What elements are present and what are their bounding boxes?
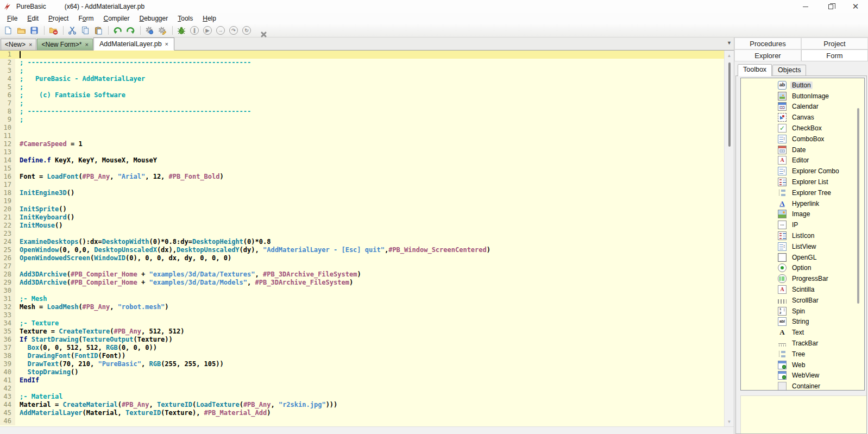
tab-close-icon[interactable]: × xyxy=(85,41,89,48)
step-out-icon[interactable]: ↻ xyxy=(240,24,253,36)
file-tab[interactable]: AddMaterialLayer.pb × xyxy=(93,37,174,51)
compiler-options-icon[interactable] xyxy=(156,24,169,36)
code-line-text: ; xyxy=(15,116,724,124)
toolbox-item[interactable]: Canvas xyxy=(741,112,864,123)
line-number: 15 xyxy=(0,165,15,173)
pause-icon[interactable]: ∥ xyxy=(188,24,201,36)
code-line-text: Font = LoadFont(#PB_Any, "Arial", 12, #P… xyxy=(15,173,724,181)
file-tab[interactable]: <New> × xyxy=(1,39,36,50)
code-line: 12 #CameraSpeed = 1 xyxy=(0,140,724,148)
tab-close-icon[interactable]: × xyxy=(29,41,32,48)
code-line: 40 StopDrawing() xyxy=(0,368,724,376)
menu-item[interactable]: File xyxy=(2,14,22,23)
toolbox-item[interactable]: Image xyxy=(741,209,864,220)
toolbox-item[interactable]: Calendar xyxy=(741,102,864,112)
menu-item[interactable]: Project xyxy=(43,14,73,23)
menu-item[interactable]: Debugger xyxy=(134,14,173,23)
subtab[interactable]: Toolbox xyxy=(738,64,772,76)
toolbox-item[interactable]: WebView xyxy=(741,370,864,381)
compile-run-icon[interactable] xyxy=(143,24,156,36)
line-number: 36 xyxy=(0,336,15,344)
copy-icon[interactable] xyxy=(79,24,92,36)
panel-tab[interactable]: Form xyxy=(801,49,868,61)
panel-tab[interactable]: Procedures xyxy=(734,37,801,49)
menu-item[interactable]: Tools xyxy=(173,14,198,23)
toolbox-item-label: Editor xyxy=(790,156,810,164)
close-file-icon[interactable] xyxy=(47,24,60,36)
toolbox-item[interactable]: ComboBox xyxy=(741,134,864,144)
restore-icon[interactable] xyxy=(818,0,843,13)
step-over-icon[interactable]: ↷ xyxy=(227,24,240,36)
toolbox-item[interactable]: Scintilla xyxy=(741,284,864,295)
code-line: 41 EndIf xyxy=(0,376,724,385)
toolbox-item[interactable]: TrackBar xyxy=(741,338,864,349)
menu-item[interactable]: Compiler xyxy=(98,14,134,23)
toolbox-item[interactable]: Web xyxy=(741,360,864,370)
chevron-down-icon[interactable]: ▼ xyxy=(727,40,732,46)
toolbox-item[interactable]: Explorer Tree xyxy=(741,187,864,198)
tab-close-icon[interactable]: × xyxy=(165,41,168,47)
code-line: 11 xyxy=(0,132,724,140)
open-file-icon[interactable] xyxy=(15,24,28,36)
save-file-icon[interactable] xyxy=(28,24,41,36)
editor-horizontal-scrollbar[interactable] xyxy=(0,426,734,434)
toolbox-item[interactable]: Explorer List xyxy=(741,177,864,187)
redo-icon[interactable] xyxy=(124,24,137,36)
toolbox-item[interactable]: CheckBox xyxy=(741,123,864,134)
menu-item[interactable]: Form xyxy=(73,14,98,23)
toolbox-item[interactable]: String xyxy=(741,317,864,328)
menubar: File Edit Project Form Compiler Debugger… xyxy=(0,13,868,24)
toolbox-item[interactable]: Button xyxy=(741,80,864,91)
toolbox-item[interactable]: Tree xyxy=(741,349,864,360)
paste-icon[interactable] xyxy=(92,24,105,36)
code-editor[interactable]: 1 2 ; ----------------------------------… xyxy=(0,51,724,426)
minimize-icon[interactable] xyxy=(793,0,818,13)
code-line: 32 Mesh = LoadMesh(#PB_Any, "robot.mesh"… xyxy=(0,303,724,311)
toolbox-item[interactable]: Spin xyxy=(741,306,864,317)
toolbox-item-label: Hyperlink xyxy=(790,200,821,207)
toolbox-item[interactable]: IP xyxy=(741,219,864,230)
toolbox-scrollbar-thumb[interactable] xyxy=(857,108,859,304)
toolbox-item[interactable]: Date xyxy=(741,144,864,155)
image-icon xyxy=(778,210,787,218)
subtab[interactable]: Objects xyxy=(772,65,806,76)
toolbox-item[interactable]: ButtonImage xyxy=(741,91,864,102)
panel-tab[interactable]: Project xyxy=(801,37,868,49)
kill-program-icon[interactable] xyxy=(253,24,266,36)
toolbox-item-label: TrackBar xyxy=(790,339,820,347)
code-line-text: ; --------------------------------------… xyxy=(15,59,724,67)
continue-icon[interactable]: ▶ xyxy=(201,24,214,36)
editor-column: <New> × <New Form>* × AddMaterialLayer.p… xyxy=(0,37,734,434)
toolbox-item[interactable]: Option xyxy=(741,263,864,274)
debugger-bug-icon[interactable] xyxy=(175,24,188,36)
undo-icon[interactable] xyxy=(111,24,124,36)
toolbox-item[interactable]: ListView xyxy=(741,241,864,252)
toolbox-item[interactable]: Explorer Combo xyxy=(741,166,864,177)
scroll-up-icon[interactable]: ▲ xyxy=(725,52,734,59)
menu-item[interactable]: Help xyxy=(198,14,221,23)
scrollbar-thumb[interactable] xyxy=(728,62,731,147)
toolbox-item[interactable]: OpenGL xyxy=(741,252,864,263)
new-file-icon[interactable] xyxy=(2,24,15,36)
toolbox-item[interactable]: Editor xyxy=(741,155,864,166)
toolbox-item[interactable]: ListIcon xyxy=(741,230,864,241)
code-line-text xyxy=(15,165,724,173)
toolbox-item[interactable]: Text xyxy=(741,327,864,338)
file-tab[interactable]: <New Form>* × xyxy=(37,39,92,50)
panel-tabs-row2: Explorer Form xyxy=(734,49,868,61)
scroll-down-icon[interactable]: ▼ xyxy=(725,418,734,425)
step-icon[interactable]: → xyxy=(214,24,227,36)
panel-tab[interactable]: Explorer xyxy=(734,49,801,61)
editor-vertical-scrollbar[interactable]: ▲ ▼ xyxy=(724,51,734,426)
toolbox-item[interactable]: ScrollBar xyxy=(741,295,864,306)
line-number: 22 xyxy=(0,222,15,230)
toolbox-item[interactable]: Container xyxy=(741,381,864,391)
toolbox-item[interactable]: Hyperlink xyxy=(741,198,864,209)
cut-icon[interactable] xyxy=(66,24,79,36)
code-line-text xyxy=(15,51,724,59)
code-line: 7 ; xyxy=(0,99,724,108)
list-view-icon xyxy=(778,242,787,251)
menu-item[interactable]: Edit xyxy=(22,14,43,23)
toolbox-item[interactable]: ProgressBar xyxy=(741,273,864,284)
close-icon[interactable]: ✕ xyxy=(843,0,868,13)
